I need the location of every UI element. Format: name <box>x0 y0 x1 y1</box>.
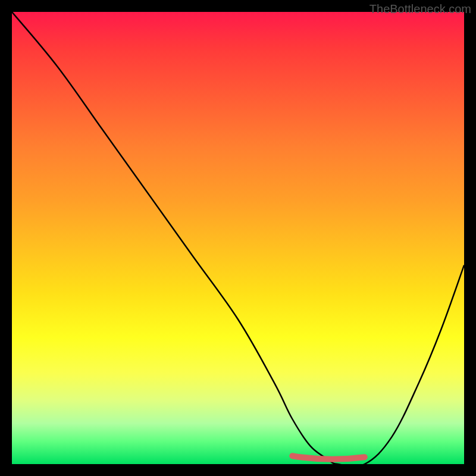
watermark-text: TheBottleneck.com <box>369 2 471 16</box>
bottleneck-curve <box>12 12 464 464</box>
chart-plot-area <box>12 12 464 464</box>
